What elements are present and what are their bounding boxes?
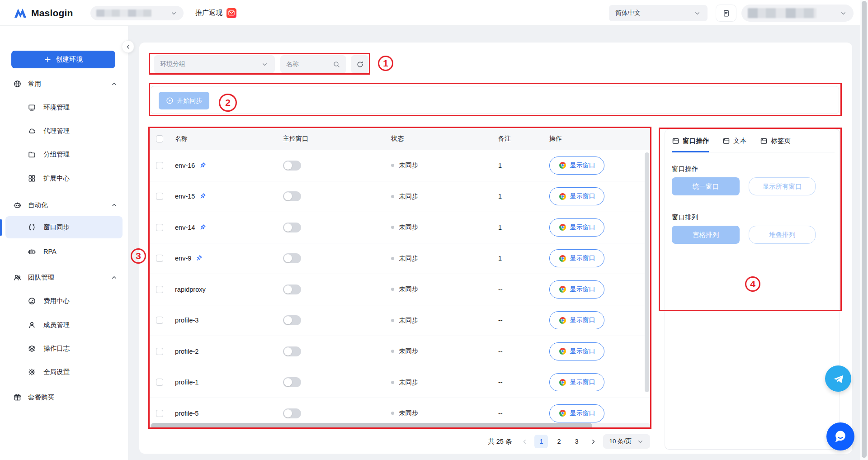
- promo-label: 推广返现: [195, 9, 222, 17]
- page-scrollbar-thumb[interactable]: [862, 1, 867, 458]
- column-header: 操作: [549, 135, 650, 143]
- user-menu[interactable]: [741, 5, 854, 22]
- environment-name-cell: profile-5: [175, 410, 283, 417]
- maslogin-logo-icon: [14, 8, 27, 19]
- create-environment-button[interactable]: 创建环境: [11, 51, 115, 68]
- sidebar-item-label: 费用中心: [43, 297, 70, 305]
- pagination-page-1[interactable]: 1: [534, 435, 548, 448]
- refresh-button[interactable]: [351, 55, 369, 73]
- row-checkbox[interactable]: [156, 193, 163, 200]
- brand-name: Maslogin: [31, 8, 73, 19]
- row-checkbox[interactable]: [156, 162, 163, 169]
- sidebar-item-[interactable]: 全局设置: [5, 363, 123, 381]
- row-checkbox[interactable]: [156, 410, 163, 417]
- promo-link[interactable]: 推广返现: [195, 0, 236, 26]
- pagination-next-button[interactable]: [587, 435, 599, 448]
- select-all-checkbox[interactable]: [156, 135, 163, 142]
- name-search-placeholder: 名称: [286, 60, 299, 68]
- sidebar-section-team[interactable]: 团队管理: [5, 268, 123, 286]
- show-window-button[interactable]: 显示窗口: [549, 404, 604, 422]
- workspace-selector[interactable]: [90, 6, 184, 20]
- redacted-user-info: [748, 8, 816, 18]
- chevron-down-icon: [261, 61, 269, 68]
- status-dot: [391, 319, 394, 322]
- master-window-toggle[interactable]: [283, 161, 301, 171]
- panel-button-row: 宫格排列堆叠排列: [672, 226, 816, 244]
- sidebar-collapse-button[interactable]: [122, 40, 134, 53]
- master-window-toggle[interactable]: [283, 408, 301, 418]
- row-checkbox[interactable]: [156, 224, 163, 231]
- show-window-button[interactable]: 显示窗口: [549, 280, 604, 299]
- panel-action-button[interactable]: 宫格排列: [672, 226, 740, 244]
- chrome-icon: [559, 347, 566, 355]
- master-window-toggle[interactable]: [283, 315, 301, 325]
- sidebar-section-robot[interactable]: 自动化: [5, 196, 123, 214]
- sidebar-item-[interactable]: 成员管理: [5, 316, 123, 334]
- master-window-toggle[interactable]: [283, 285, 301, 294]
- person-icon: [28, 321, 36, 329]
- table-header: 名称主控窗口状态备注操作: [150, 128, 650, 150]
- show-window-button[interactable]: 显示窗口: [549, 156, 604, 175]
- panel-action-button[interactable]: 堆叠排列: [749, 226, 816, 244]
- table-horizontal-scrollbar[interactable]: [151, 423, 592, 429]
- row-checkbox[interactable]: [156, 286, 163, 293]
- sidebar-item-[interactable]: 费用中心: [5, 292, 123, 310]
- pagination-total: 共 25 条: [488, 437, 512, 446]
- master-window-toggle[interactable]: [283, 191, 301, 201]
- sidebar-item-rpa[interactable]: RPA: [5, 242, 123, 261]
- telegram-button[interactable]: [825, 365, 851, 392]
- sidebar-section-globe[interactable]: 常用: [5, 75, 123, 93]
- sidebar-item-purchase[interactable]: 套餐购买: [5, 388, 123, 406]
- chevron-down-icon: [637, 438, 644, 446]
- show-window-button[interactable]: 显示窗口: [549, 311, 604, 329]
- pagination-page-3[interactable]: 3: [570, 435, 583, 448]
- panel-tab-active[interactable]: 窗口操作: [672, 137, 709, 152]
- master-window-toggle[interactable]: [283, 346, 301, 356]
- panel-tab-[interactable]: 文本: [722, 137, 746, 152]
- column-header: 状态: [391, 135, 498, 143]
- gear-icon: [28, 368, 36, 376]
- chat-bubble-icon: [831, 427, 849, 446]
- live-chat-button[interactable]: [826, 422, 854, 451]
- show-window-label: 显示窗口: [570, 347, 595, 356]
- pagination-prev-button[interactable]: [519, 435, 530, 448]
- master-window-toggle[interactable]: [283, 377, 301, 387]
- panel-action-button[interactable]: 统一窗口: [672, 177, 740, 195]
- panel-action-button[interactable]: 显示所有窗口: [749, 177, 816, 195]
- show-window-button[interactable]: 显示窗口: [549, 373, 604, 391]
- table-vertical-scrollbar[interactable]: [645, 152, 649, 392]
- environment-group-select[interactable]: 环境分组: [154, 55, 275, 73]
- sidebar-item-[interactable]: 扩展中心: [5, 169, 123, 187]
- panel-tab-[interactable]: 标签页: [760, 137, 791, 152]
- sidebar-item-label: RPA: [43, 248, 57, 255]
- show-window-button[interactable]: 显示窗口: [549, 249, 604, 267]
- show-window-button[interactable]: 显示窗口: [549, 342, 604, 360]
- row-checkbox[interactable]: [156, 379, 163, 386]
- chevron-down-icon: [693, 9, 701, 17]
- sidebar-item-label: 窗口同步: [43, 223, 70, 232]
- sidebar-item-[interactable]: 窗口同步: [5, 216, 123, 238]
- language-selector[interactable]: 简体中文: [609, 5, 708, 21]
- sidebar-item-[interactable]: 操作日志: [5, 339, 123, 357]
- name-search-input[interactable]: 名称: [280, 55, 346, 73]
- remark-cell: --: [498, 410, 549, 417]
- sidebar-item-[interactable]: 分组管理: [5, 145, 123, 163]
- start-sync-button[interactable]: 开始同步: [159, 92, 209, 109]
- docs-button[interactable]: [716, 5, 736, 22]
- table-body: env-16未同步1显示窗口env-15未同步1显示窗口env-14未同步1显示…: [150, 150, 650, 429]
- master-window-toggle[interactable]: [283, 223, 301, 232]
- sidebar-item-[interactable]: 代理管理: [5, 122, 123, 140]
- page-scrollbar[interactable]: [860, 0, 868, 460]
- row-checkbox[interactable]: [156, 317, 163, 324]
- master-window-toggle[interactable]: [283, 253, 301, 263]
- row-checkbox[interactable]: [156, 255, 163, 262]
- sidebar-section-label: 自动化: [28, 201, 48, 209]
- sidebar-item-[interactable]: 环境管理: [5, 98, 123, 116]
- row-checkbox[interactable]: [156, 348, 163, 355]
- pagination-page-2[interactable]: 2: [552, 435, 566, 448]
- pin-icon: [195, 255, 203, 262]
- page-size-select[interactable]: 10 条/页: [603, 434, 650, 449]
- show-window-button[interactable]: 显示窗口: [549, 187, 604, 205]
- show-window-button[interactable]: 显示窗口: [549, 218, 604, 237]
- chrome-icon: [559, 193, 566, 200]
